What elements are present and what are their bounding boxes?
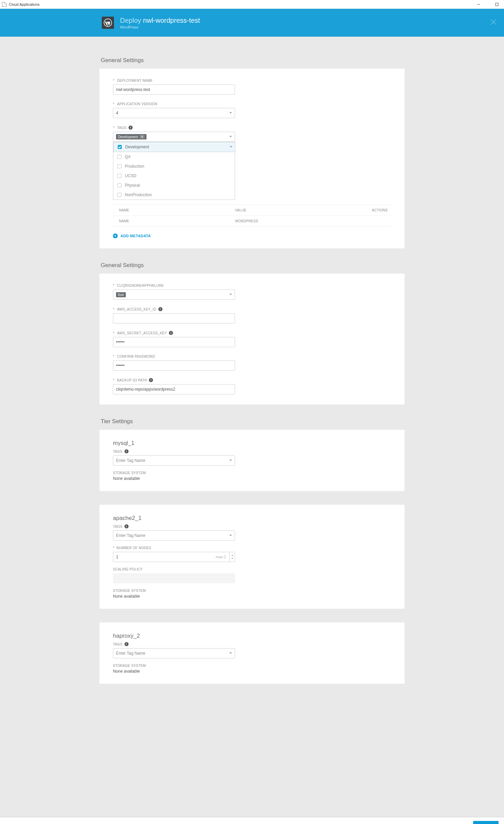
metadata-header-row: NAME VALUE ACTIONS — [113, 205, 391, 216]
info-icon[interactable]: i — [124, 449, 129, 453]
apache-storage-value: None available — [113, 594, 391, 599]
page-body: General Settings *DEPLOYMENT NAME *APPLI… — [0, 37, 504, 817]
mysql-tags-input[interactable]: Enter Tag Name — [113, 455, 235, 466]
app-header: Deploy nwl-wordpress-test WordPress — [0, 9, 504, 37]
tier-apache-title: apache2_1 — [113, 515, 391, 522]
mysql-storage-value: None available — [113, 476, 391, 481]
tag-option-development[interactable]: Development — [113, 142, 235, 152]
tag-option-qa[interactable]: QA — [113, 152, 235, 162]
info-icon[interactable]: i — [124, 524, 129, 528]
application-version-select[interactable]: 4 — [113, 108, 235, 118]
field-application-version: *APPLICATION VERSION 4 — [113, 102, 391, 118]
field-tags: *TAGSi Development ✕ Development QA Prod… — [113, 126, 391, 200]
card-general-settings-2: *CLIQRIGNOREAPPFAILURE true *AWS_ACCESS_… — [99, 274, 405, 405]
backup-label: BACKUP S3 PATH — [117, 378, 147, 382]
metadata-row-value: WORDPRESS — [235, 219, 361, 223]
metadata-row: NAME WORDPRESS — [113, 216, 391, 227]
info-icon[interactable]: i — [158, 307, 162, 311]
section-title-general-2: General Settings — [101, 262, 405, 269]
metadata-col-actions: ACTIONS — [361, 208, 391, 212]
application-version-label: APPLICATION VERSION — [117, 102, 157, 106]
checkbox-icon — [117, 174, 121, 178]
haproxy-storage-label: STORAGE SYSTEM — [113, 664, 391, 668]
confirm-pw-label: CONFIRM PASSWORD — [117, 355, 155, 358]
header-text: Deploy nwl-wordpress-test WordPress — [120, 17, 200, 29]
section-title-tier: Tier Settings — [101, 418, 405, 425]
confirm-pw-input[interactable] — [113, 360, 235, 371]
window-title-bar: Cloud Applications — [0, 0, 504, 9]
wordpress-icon — [102, 17, 114, 29]
card-tier-mysql: mysql_1 TAGSi Enter Tag Name STORAGE SYS… — [99, 430, 405, 491]
document-icon — [2, 2, 7, 7]
tag-option-production[interactable]: Production — [113, 162, 235, 171]
checkbox-icon — [117, 164, 121, 168]
tag-chip-development[interactable]: Development ✕ — [116, 134, 147, 139]
apache-nodes-input[interactable]: 1 max:2 — [113, 552, 235, 562]
deploy-title: Deploy nwl-wordpress-test — [120, 17, 200, 24]
deploy-word: Deploy — [120, 17, 141, 24]
stepper-icon[interactable] — [229, 552, 235, 562]
tier-mysql-title: mysql_1 — [113, 440, 391, 447]
backup-input[interactable] — [113, 384, 235, 394]
field-aws-secret-key: *AWS_SECRET_ACCESS_KEYi — [113, 331, 391, 347]
checkbox-icon — [117, 183, 121, 187]
metadata-col-name: NAME — [113, 208, 235, 212]
aws-secret-label: AWS_SECRET_ACCESS_KEY — [117, 331, 167, 335]
window-minimize-button[interactable] — [473, 0, 484, 8]
cliq-label: CLIQRIGNOREAPPFAILURE — [117, 284, 164, 287]
aws-secret-input[interactable] — [113, 337, 235, 347]
deploy-app-name: nwl-wordpress-test — [143, 17, 200, 24]
info-icon[interactable]: i — [129, 126, 133, 130]
info-icon[interactable]: i — [149, 378, 153, 382]
info-icon[interactable]: i — [169, 331, 173, 335]
cliq-select[interactable]: true — [113, 289, 235, 300]
apache-scaling-label: SCALING POLICY — [113, 567, 391, 571]
card-tier-haproxy: haproxy_2 TAGSi Enter Tag Name STORAGE S… — [99, 622, 405, 684]
tags-label: TAGS — [117, 126, 127, 130]
plus-icon: + — [113, 233, 118, 238]
info-icon[interactable]: i — [124, 642, 129, 646]
tier-haproxy-title: haproxy_2 — [113, 633, 391, 639]
apache-scaling-box — [113, 573, 235, 583]
apache-nodes-hint: max:2 — [216, 555, 226, 559]
haproxy-storage-value: None available — [113, 669, 391, 674]
checkbox-icon — [117, 155, 121, 159]
deploy-subtitle: WordPress — [120, 25, 200, 29]
card-tier-apache: apache2_1 TAGSi Enter Tag Name *NUMBER O… — [99, 505, 405, 609]
section-title-general-1: General Settings — [101, 57, 405, 64]
field-aws-access-key: *AWS_ACCESS_KEY_IDi — [113, 307, 391, 323]
deployment-name-input[interactable] — [113, 85, 235, 95]
tags-dropdown: Development QA Production UCSD Physical … — [113, 142, 235, 200]
aws-key-input[interactable] — [113, 313, 235, 323]
apache-tags-input[interactable]: Enter Tag Name — [113, 530, 235, 541]
close-icon — [490, 18, 497, 26]
window-title: Cloud Applications — [9, 2, 40, 6]
field-deployment-name: *DEPLOYMENT NAME — [113, 79, 391, 95]
field-cliqrignoreappfailure: *CLIQRIGNOREAPPFAILURE true — [113, 284, 391, 300]
haproxy-tags-input[interactable]: Enter Tag Name — [113, 648, 235, 658]
tag-option-physical[interactable]: Physical — [113, 181, 235, 190]
tag-option-nonproduction[interactable]: NonProduction — [113, 190, 235, 200]
chip-remove-icon[interactable]: ✕ — [140, 135, 144, 139]
metadata-row-name: NAME — [113, 219, 235, 223]
footer-bar: NEXT — [0, 817, 504, 824]
next-button[interactable]: NEXT — [473, 821, 499, 824]
svg-rect-1 — [496, 3, 498, 6]
deployment-name-label: DEPLOYMENT NAME — [117, 79, 153, 82]
field-backup-s3-path: *BACKUP S3 PATHi — [113, 378, 391, 394]
window-maximize-button[interactable] — [492, 0, 502, 8]
card-general-settings-1: *DEPLOYMENT NAME *APPLICATION VERSION 4 … — [99, 69, 405, 248]
tags-input[interactable]: Development ✕ — [113, 132, 235, 142]
aws-key-label: AWS_ACCESS_KEY_ID — [117, 307, 156, 311]
mysql-storage-label: STORAGE SYSTEM — [113, 471, 391, 475]
checkbox-icon — [118, 145, 122, 149]
apache-storage-label: STORAGE SYSTEM — [113, 589, 391, 593]
apache-nodes-label: NUMBER OF NODES — [116, 546, 151, 550]
add-metadata-button[interactable]: + ADD METADATA — [113, 233, 391, 238]
close-button[interactable] — [490, 18, 497, 27]
metadata-col-value: VALUE — [235, 208, 361, 212]
tag-option-ucsd[interactable]: UCSD — [113, 171, 235, 181]
checkbox-icon — [117, 193, 121, 197]
field-confirm-password: *CONFIRM PASSWORD — [113, 355, 391, 371]
window-controls — [473, 0, 502, 8]
